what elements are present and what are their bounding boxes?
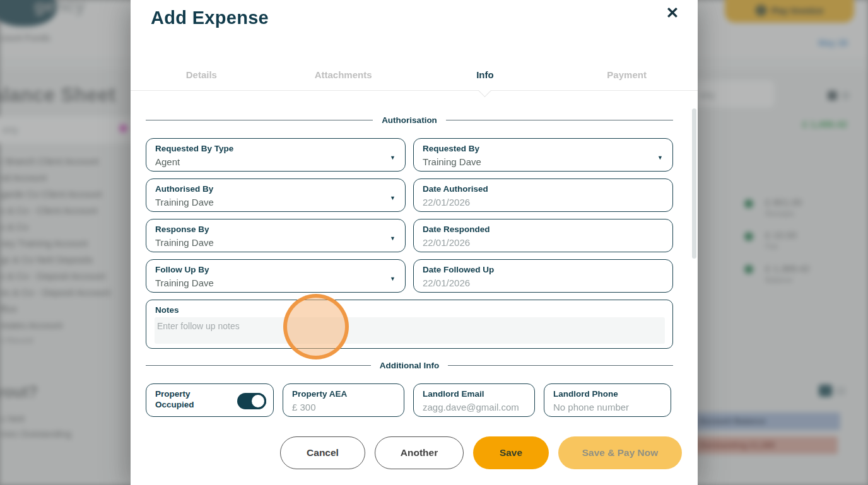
field-value: Training Dave [155,237,396,248]
modal-scrollbar[interactable] [692,108,696,259]
field-value: £ 300 [292,402,395,412]
modal-tabs: Details Attachments Info Payment [131,66,698,84]
additional-info-section-divider: Additional Info [146,361,673,370]
authorised-by-select[interactable]: Authorised By Training Dave ▼ [146,178,406,212]
date-authorised-input[interactable]: Date Authorised 22/01/2026 [413,178,673,212]
divider-line [448,365,673,366]
active-tab-notch [478,84,491,97]
field-value: zagg.dave@gmail.com [423,402,525,412]
field-value: Training Dave [155,197,396,207]
requested-by-select[interactable]: Requested By Training Dave ▼ [413,138,673,172]
divider-line [146,120,373,120]
save-and-pay-now-button[interactable]: Save & Pay Now [558,436,682,469]
section-label: Authorisation [382,115,437,125]
field-label: Property Occupied [155,389,208,411]
field-label: Response By [155,225,396,235]
field-label: Requested By [423,144,664,155]
field-value: Training Dave [423,156,664,167]
date-responded-input[interactable]: Date Responded 22/01/2026 [413,219,673,252]
response-by-select[interactable]: Response By Training Dave ▼ [146,219,406,252]
divider-line [446,120,673,120]
tab-divider-line [131,90,698,91]
chevron-down-icon: ▼ [390,235,396,242]
another-button[interactable]: Another [375,436,464,469]
close-icon[interactable]: ✕ [662,3,683,23]
follow-up-by-select[interactable]: Follow Up By Training Dave ▼ [146,259,406,293]
field-value: Training Dave [155,278,396,288]
date-followed-up-input[interactable]: Date Followed Up 22/01/2026 [413,259,673,293]
form-row: Property Occupied Property AEA £ 300 Lan… [146,383,673,417]
screen: gency count Funds alance Sheet erty r Br… [0,0,868,485]
landlord-phone-input[interactable]: Landlord Phone No phone number [544,383,671,417]
field-value: No phone number [553,402,662,412]
property-occupied-toggle[interactable] [237,393,266,409]
chevron-down-icon: ▼ [657,155,663,161]
field-label: Date Responded [423,225,664,235]
form-row: Authorised By Training Dave ▼ Date Autho… [146,178,673,212]
property-aea-input[interactable]: Property AEA £ 300 [283,383,404,417]
field-label: Landlord Phone [553,389,662,400]
notes-input[interactable] [155,317,665,344]
field-label: Property AEA [292,389,395,400]
cancel-button[interactable]: Cancel [280,436,365,469]
tab-attachments[interactable]: Attachments [273,66,414,84]
modal-title: Add Expense [151,8,269,28]
field-label: Date Followed Up [423,265,664,276]
field-label: Date Authorised [423,184,664,195]
divider-line [146,365,371,366]
section-label: Additional Info [380,361,439,370]
chevron-down-icon: ▼ [390,276,396,282]
landlord-email-input[interactable]: Landlord Email zagg.dave@gmail.com [413,383,535,417]
field-label: Landlord Email [423,389,525,400]
field-label: Authorised By [155,184,396,195]
field-value: 22/01/2026 [423,197,664,207]
chevron-down-icon: ▼ [390,155,396,161]
authorisation-section-divider: Authorisation [146,115,673,125]
tab-payment[interactable]: Payment [556,66,698,84]
chevron-down-icon: ▼ [390,195,396,201]
notes-field: Notes [146,300,673,349]
field-value: Agent [155,156,396,167]
form-row: Requested By Type Agent ▼ Requested By T… [146,138,673,172]
toggle-knob [250,393,266,409]
form-row: Follow Up By Training Dave ▼ Date Follow… [146,259,673,293]
tab-details[interactable]: Details [131,66,273,84]
add-expense-modal: Add Expense ✕ Details Attachments Info P… [131,0,698,485]
field-label: Follow Up By [155,265,396,276]
field-value: 22/01/2026 [423,278,664,288]
field-label: Notes [155,305,664,316]
save-button[interactable]: Save [473,436,549,469]
tab-info[interactable]: Info [414,66,556,84]
field-label: Requested By Type [155,144,396,155]
form-row: Response By Training Dave ▼ Date Respond… [146,219,673,252]
field-value: 22/01/2026 [423,237,664,248]
property-occupied-field: Property Occupied [146,383,274,417]
requested-by-type-select[interactable]: Requested By Type Agent ▼ [146,138,406,172]
